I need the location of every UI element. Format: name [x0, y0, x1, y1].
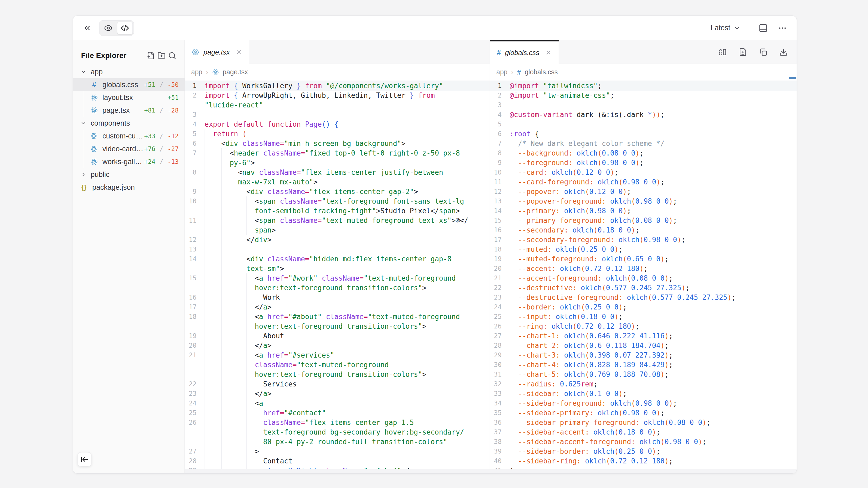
code-row: span>	[185, 225, 490, 235]
file-explorer-title: File Explorer	[81, 51, 126, 60]
line-number: 1	[490, 81, 502, 91]
line-number: 26	[185, 418, 196, 427]
line-number	[185, 264, 196, 273]
line-number	[185, 360, 196, 369]
line-number: 23	[490, 293, 502, 302]
code-row: 8<nav className="flex items-center justi…	[185, 168, 490, 177]
code-row: 30--chart-4: oklch(0.828 0.189 84.429);	[490, 360, 797, 369]
file-row[interactable]: layout.tsx+51	[73, 91, 185, 104]
new-folder-button[interactable]	[156, 50, 167, 61]
folder-row[interactable]: public	[73, 168, 185, 181]
file-row[interactable]: video-card.tsx+76 / -27	[73, 142, 185, 155]
react-file-icon	[90, 132, 98, 140]
code-row: 24--border: oklch(0.25 0 0);	[490, 302, 797, 312]
code-editor[interactable]: 1import { WorksGallery } from "@/compone…	[185, 80, 490, 469]
line-number: 14	[185, 254, 196, 264]
horizontal-scrollbar[interactable]	[185, 469, 490, 474]
breadcrumb-root[interactable]: app	[496, 68, 507, 76]
line-number: 15	[185, 273, 196, 283]
line-number	[185, 158, 196, 168]
search-icon	[168, 52, 176, 60]
diff-counts: +81 / -28	[144, 107, 179, 114]
code-row: hover:text-foreground transition-colors"…	[185, 322, 490, 331]
code-row: 7<header className="fixed top-0 left-0 r…	[185, 148, 490, 158]
more-options-button[interactable]	[776, 22, 788, 34]
diff-counts: +33 / -12	[144, 133, 179, 139]
code-row: 3	[185, 110, 490, 120]
code-row: 13	[185, 245, 490, 254]
file-row[interactable]: #globals.css+51 / -50	[73, 78, 185, 91]
code-row: 24<a	[185, 398, 490, 408]
tab-page-tsx[interactable]: page.tsx	[185, 40, 249, 64]
split-panel-icon	[718, 48, 727, 56]
editor-pane-page-tsx: page.tsx app › page.tsx 1import { WorksG…	[185, 40, 490, 474]
horizontal-scrollbar[interactable]	[490, 469, 797, 474]
breadcrumb-file: globals.css	[525, 68, 558, 76]
close-tab-button[interactable]	[236, 49, 242, 55]
code-row: 4export default function Page() {	[185, 120, 490, 129]
scrollbar-thumb[interactable]	[789, 77, 796, 79]
folder-row[interactable]: app	[73, 65, 185, 78]
code-row: 29--chart-3: oklch(0.398 0.07 227.392);	[490, 350, 797, 360]
line-number: 31	[490, 369, 502, 379]
code-row: 8--background: oklch(0.08 0 0);	[490, 148, 797, 158]
code-row: 40--sidebar-ring: oklch(0.72 0.12 180);	[490, 456, 797, 466]
code-row: 7/* New dark elegant color scheme */	[490, 139, 797, 148]
code-row: 9<div className="flex items-center gap-2…	[185, 187, 490, 196]
react-file-icon	[90, 158, 98, 165]
code-row: text-foreground bg-secondary hover:bg-se…	[185, 427, 490, 437]
panel-bottom-button[interactable]	[757, 22, 769, 34]
line-number: 9	[490, 158, 502, 168]
breadcrumb: app › page.tsx	[185, 64, 490, 80]
code-row: 26--ring: oklch(0.72 0.12 180);	[490, 322, 797, 331]
line-number: 24	[185, 398, 196, 408]
line-number: 40	[490, 456, 502, 466]
react-file-icon	[192, 48, 199, 56]
search-files-button[interactable]	[167, 50, 178, 61]
tab-globals-css[interactable]: # globals.css	[490, 40, 559, 64]
line-number: 7	[490, 139, 502, 148]
file-row[interactable]: works-galler…+24 / -13	[73, 155, 185, 168]
line-number: 20	[185, 341, 196, 350]
code-row: 5return (	[185, 129, 490, 139]
breadcrumb-root[interactable]: app	[191, 68, 203, 76]
code-row: 20--accent: oklch(0.72 0.12 180);	[490, 264, 797, 273]
code-row: 4@custom-variant dark (&:is(.dark *));	[490, 110, 797, 120]
download-icon	[779, 48, 788, 56]
file-explorer-sidebar: File Explorer app#g	[73, 40, 185, 474]
code-toggle-button[interactable]	[117, 22, 133, 34]
code-row: 15--primary-foreground: oklch(0.08 0 0);	[490, 216, 797, 225]
collapse-panel-button[interactable]	[81, 22, 93, 34]
line-number: 10	[490, 168, 502, 177]
file-plus-icon	[147, 52, 155, 60]
preview-toggle-button[interactable]	[100, 22, 116, 34]
download-button[interactable]	[777, 46, 789, 58]
code-row: 1import { WorksGallery } from "@/compone…	[185, 81, 490, 91]
collapse-sidebar-button[interactable]	[77, 452, 92, 467]
new-file-button[interactable]	[146, 50, 156, 61]
file-row[interactable]: {}package.json	[73, 181, 185, 194]
file-row[interactable]: custom-curs…+33 / -12	[73, 130, 185, 142]
diff-counts: +51	[167, 94, 179, 101]
code-row: 23--destructive-foreground: oklch(0.577 …	[490, 293, 797, 302]
line-number: 13	[490, 196, 502, 206]
line-number	[185, 100, 196, 110]
line-number: 16	[185, 293, 196, 302]
panel-bottom-icon	[758, 24, 768, 33]
code-editor[interactable]: 1@import "tailwindcss";2@import "tw-anim…	[490, 80, 797, 469]
file-row[interactable]: page.tsx+81 / -28	[73, 104, 185, 117]
line-number: 41	[490, 466, 502, 469]
split-view-button[interactable]	[716, 46, 729, 58]
line-number: 5	[490, 120, 502, 129]
eye-icon	[104, 24, 113, 32]
copy-code-button[interactable]	[757, 46, 769, 58]
version-dropdown[interactable]: Latest	[711, 24, 740, 32]
file-diff-button[interactable]	[737, 46, 749, 58]
close-tab-button[interactable]	[545, 50, 552, 56]
line-number: 16	[490, 225, 502, 235]
line-number: 27	[185, 447, 196, 456]
line-number: 4	[185, 120, 196, 129]
line-number: 36	[490, 418, 502, 427]
tab-label: page.tsx	[204, 48, 230, 56]
folder-row[interactable]: components	[73, 117, 185, 130]
